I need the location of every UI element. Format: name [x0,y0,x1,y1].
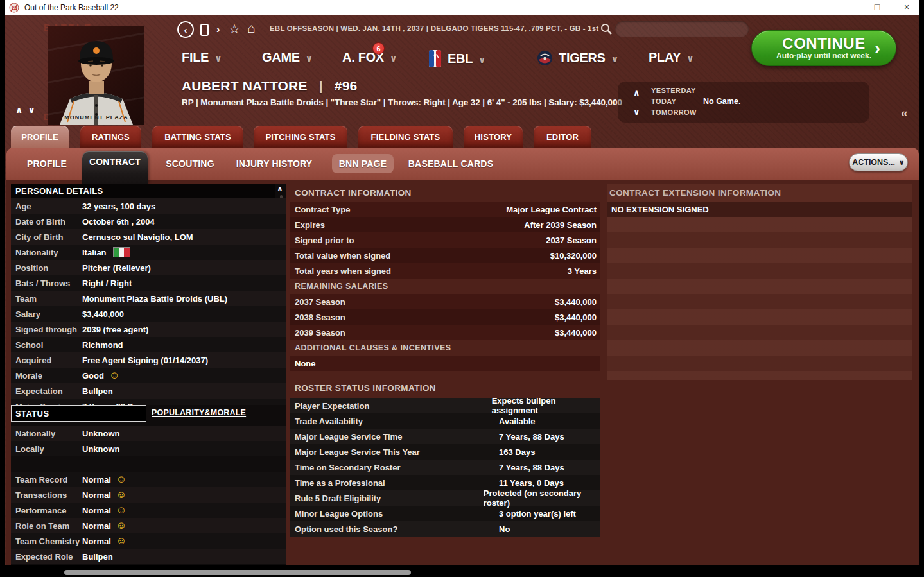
table-row: Rule 5 Draft Eligibility Protected (on s… [290,490,600,506]
chevron-down-icon: ∨ [306,51,313,64]
actions-button[interactable]: ACTIONS... ∨ [849,153,908,171]
remaining-salaries-header: REMAINING SALARIES [295,282,388,291]
home-icon[interactable]: ⌂ [247,21,256,36]
personal-details-header: PERSONAL DETAILS [11,184,275,198]
smiley-icon: ☺ [116,490,126,500]
collapse-panel-icon[interactable]: « [901,106,908,120]
table-row: Expires After 2039 Season [290,217,600,232]
table-row: Option used this Season? No [290,521,600,537]
clauses-header: ADDITIONAL CLAUSES & INCENTIVES [295,343,451,352]
back-icon[interactable]: ‹ [177,21,194,38]
table-row: None [290,356,600,371]
chevron-down-icon: ∨ [214,51,222,64]
table-row: Locally Unknown [11,441,286,456]
forward-icon[interactable]: › [216,23,220,36]
search-icon[interactable] [600,22,613,35]
table-row: 2038 Season $3,440,000 [290,309,600,325]
menu-manager[interactable]: A. FOX ∨ [342,50,397,65]
window-title: Out of the Park Baseball 22 [24,3,119,12]
menu-league[interactable]: EBL ∨ [429,50,485,67]
tab-history[interactable]: HISTORY [464,126,523,148]
chevron-down-icon: ∨ [899,159,905,167]
table-row: Performance Normal ☺ [11,503,286,518]
schedule-down-icon[interactable]: ∨ [633,107,640,117]
table-row: Acquired Free Agent Signing (01/14/2037) [11,352,286,368]
table-row: Transactions Normal ☺ [11,487,286,503]
maximize-button[interactable]: □ [865,0,889,15]
tab-fielding-stats[interactable]: FIELDING STATS [358,126,453,148]
today-game-value: No Game. [703,97,740,106]
table-row: Expectation Bullpen [11,383,286,399]
subtab-profile[interactable]: PROFILE [18,154,76,173]
smiley-icon: ☺ [109,370,119,381]
page-title: AUBERT NATTORE | #96 [182,78,358,94]
table-row: Nationality Italian [11,245,286,260]
table-row: 2039 Season $3,440,000 [290,325,600,340]
contract-info-header: CONTRACT INFORMATION [295,188,412,198]
subtab-bnn-page[interactable]: BNN PAGE [332,154,394,173]
menu-file[interactable]: FILE ∨ [182,50,222,65]
smiley-icon: ☺ [116,474,126,485]
schedule-up-icon[interactable]: ∧ [633,88,640,98]
chevron-down-icon: ∨ [390,51,397,64]
star-icon[interactable]: ☆ [229,21,240,37]
table-row: Signed through 2039 (free agent) [11,322,286,337]
table-row: Team Monument Plaza Battle Droids (UBL) [11,291,286,306]
table-row: Major League Service This Year 163 Days [290,444,600,460]
tab-pitching-stats[interactable]: PITCHING STATS [254,126,347,148]
table-row: Morale Good ☺ [11,368,286,383]
notification-badge: 6 [372,42,385,55]
table-row: Age 32 years, 100 days [11,198,286,214]
player-prev-next-arrows[interactable]: ∧∨ [15,105,40,115]
table-row: Time on Secondary Roster 7 Years, 88 Day… [290,460,600,475]
chevron-down-icon: ∨ [611,52,618,64]
player-name: AUBERT NATTORE [182,78,308,93]
tab-editor[interactable]: EDITOR [534,126,591,148]
jersey-text: MONUMENT PLAZA [64,114,128,121]
subtab-baseball-cards[interactable]: BASEBALL CARDS [407,154,494,173]
scroll-up-icon[interactable]: ∧ [277,184,283,193]
table-row: Minor League Options 3 option year(s) le… [290,506,600,521]
search-input[interactable] [615,21,749,37]
contract-info-rows: Contract Type Major League Contract Expi… [290,202,600,279]
horizontal-scrollbar-thumb[interactable] [64,570,411,575]
minimize-button[interactable]: – [835,0,860,15]
table-row: Trade Availability Available [290,413,600,429]
no-extension-row: NO EXTENSION SIGNED [607,202,912,217]
menu-game[interactable]: GAME ∨ [262,50,313,65]
table-row: Expected Role Bullpen [11,549,286,564]
tomorrow-label: TOMORROW [651,108,697,116]
close-button[interactable]: × [894,0,919,15]
continue-button[interactable]: CONTINUE Auto-play until next week. › [751,30,896,66]
smiley-icon: ☺ [116,505,126,515]
tab-ratings[interactable]: RATINGS [80,126,141,148]
popularity-morale-link[interactable]: POPULARITY&MORALE [152,408,246,417]
table-row: Contract Type Major League Contract [290,202,600,217]
tab-profile[interactable]: PROFILE [11,126,69,148]
scoreboard-status-line: EBL OFFSEASON | WED. JAN. 14TH , 2037 | … [270,24,598,32]
status-header: STATUS [11,405,146,422]
table-row: City of Birth Cernusco sul Naviglio, LOM [11,229,286,245]
today-label: TODAY [651,98,676,105]
subtab-contract[interactable]: CONTRACT [82,151,148,184]
table-row: School Richmond [11,337,286,352]
page-icon[interactable] [200,24,209,36]
table-row: Total years when signed 3 Years [290,263,600,279]
table-row: Team Chemistry Normal ☺ [11,533,286,549]
tab-batting-stats[interactable]: BATTING STATS [152,126,243,148]
title-bar: 22 Out of the Park Baseball 22 [5,0,919,15]
player-info-line: RP | Monument Plaza Battle Droids | "Thr… [182,98,622,107]
italy-flag-icon [113,247,130,257]
subtab-injury-history[interactable]: INJURY HISTORY [235,154,313,173]
schedule-widget: ∧ ∨ YESTERDAY TODAY TOMORROW No Game. [618,82,869,123]
chevron-down-icon: ∨ [478,53,485,65]
personal-details-rows: Age 32 years, 100 days Date of Birth Oct… [11,198,286,405]
table-row: Major League Service Time 7 Years, 88 Da… [290,429,600,444]
menu-team[interactable]: TIGERS ∨ [537,50,618,66]
table-row: Role on Team Normal ☺ [11,518,286,533]
status-rows: Nationally Unknown Locally Unknown Team … [11,426,286,564]
subtab-scouting[interactable]: SCOUTING [162,154,218,173]
smiley-icon: ☺ [116,521,126,531]
menu-play[interactable]: PLAY ∨ [649,50,693,65]
table-row: Signed prior to 2037 Season [290,232,600,248]
